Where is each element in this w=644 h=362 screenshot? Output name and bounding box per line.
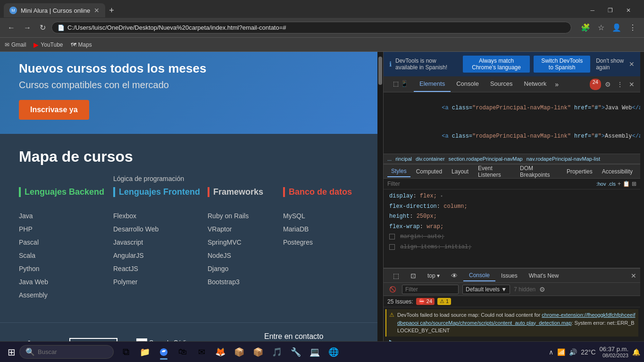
- chevron-up-icon[interactable]: ∧: [549, 348, 553, 356]
- taskbar-app-chrome[interactable]: 🌐: [325, 344, 342, 361]
- dont-show-again[interactable]: Don't show again: [596, 58, 625, 71]
- back-button[interactable]: ←: [5, 22, 18, 34]
- class-filter[interactable]: .cls: [608, 181, 616, 187]
- course-bootstrap3[interactable]: Bootstrap3: [208, 275, 283, 288]
- devtools-settings-icon[interactable]: ⚙: [603, 79, 613, 90]
- window-minimize-btn[interactable]: ─: [585, 5, 600, 16]
- course-php[interactable]: PHP: [19, 222, 113, 236]
- course-springmvc[interactable]: SpringMVC: [208, 236, 283, 249]
- tab-properties[interactable]: Properties: [563, 166, 596, 177]
- taskbar-search[interactable]: 🔍: [19, 345, 114, 359]
- course-ruby-on-rails[interactable]: Ruby on Rails: [208, 209, 283, 222]
- volume-icon[interactable]: 🔊: [569, 348, 577, 356]
- window-close-btn[interactable]: ✕: [620, 5, 636, 16]
- more-style-icon[interactable]: ⊞: [632, 181, 636, 187]
- course-nodejs[interactable]: NodeJS: [208, 249, 283, 262]
- forward-button[interactable]: →: [21, 22, 34, 34]
- tab-elements[interactable]: Elements: [414, 76, 451, 92]
- taskbar-app-taskview[interactable]: ⧉: [117, 344, 134, 361]
- course-angularjs[interactable]: AngularJS: [113, 249, 208, 262]
- taskbar-app-firefox[interactable]: 🦊: [212, 344, 229, 361]
- bookmark-youtube[interactable]: ▶ YouTube: [33, 41, 63, 49]
- console-icon[interactable]: ⬚: [387, 270, 405, 281]
- taskbar-search-input[interactable]: [38, 348, 104, 355]
- match-language-button[interactable]: Always match Chrome's language: [463, 56, 530, 73]
- add-style-icon[interactable]: +: [618, 181, 621, 187]
- error-link[interactable]: chrome-extension://fheoggkfdfchfphceeifd…: [397, 312, 635, 326]
- tab-whats-new[interactable]: What's New: [523, 271, 565, 281]
- start-button[interactable]: ⊞: [4, 345, 19, 360]
- tab-styles[interactable]: Styles: [387, 166, 410, 177]
- course-polymer[interactable]: Polymer: [113, 275, 208, 288]
- console-pause-icon[interactable]: ⊡: [405, 270, 422, 281]
- taskbar-app-spotify[interactable]: 🎵: [268, 344, 285, 361]
- breadcrumb-ellipsis[interactable]: ...: [387, 156, 392, 162]
- course-flexbox[interactable]: Flexbox: [113, 209, 208, 222]
- console-context-selector[interactable]: top ▾: [422, 271, 445, 281]
- course-django[interactable]: Django: [208, 262, 283, 275]
- taskbar-app-dropbox[interactable]: 📦: [231, 344, 248, 361]
- console-settings-button[interactable]: ⚙: [539, 286, 545, 293]
- hover-filter[interactable]: :hov: [596, 181, 606, 187]
- taskbar-app-store[interactable]: 🛍: [174, 344, 191, 361]
- bookmark-gmail[interactable]: ✉ Gmail: [5, 41, 26, 48]
- devtools-inspect-icon[interactable]: ⬚ 📱: [387, 76, 414, 92]
- devtools-more-icon[interactable]: ⋮: [615, 79, 625, 90]
- tab-console[interactable]: Console: [451, 76, 485, 92]
- course-reactjs[interactable]: ReactJS: [113, 262, 208, 275]
- console-eye-icon[interactable]: 👁: [445, 270, 463, 281]
- margin-checkbox[interactable]: [389, 234, 395, 239]
- taskbar-app-mail[interactable]: ✉: [193, 344, 210, 361]
- more-tabs-button[interactable]: »: [552, 77, 561, 92]
- breadcrumb-rincipal[interactable]: rincipal: [395, 156, 412, 162]
- taskbar-app-fileexplorer[interactable]: 📁: [136, 344, 153, 361]
- course-pascal[interactable]: Pascal: [19, 236, 113, 249]
- tab-event-listeners[interactable]: Event Listeners: [474, 163, 514, 180]
- active-tab[interactable]: M Mini Alura | Cursos online ✕: [4, 3, 105, 17]
- tab-network[interactable]: Network: [519, 76, 552, 92]
- tab-sources[interactable]: Sources: [485, 76, 519, 92]
- align-checkbox[interactable]: [389, 244, 395, 250]
- course-mysql[interactable]: MySQL: [283, 209, 359, 222]
- webpage-scrollbar[interactable]: [377, 52, 383, 362]
- address-bar[interactable]: 📄 C:/Users/luisc/OneDrive/Desktop/Nueva%…: [51, 22, 571, 33]
- tab-console-main[interactable]: Console: [463, 270, 495, 281]
- course-mariadb[interactable]: MariaDB: [283, 222, 359, 236]
- breadcrumb-nav[interactable]: nav.rodapePrincipal-navMap-list: [527, 156, 600, 162]
- course-python[interactable]: Python: [19, 262, 113, 275]
- course-vraptor[interactable]: VRaptor: [208, 222, 283, 236]
- profile-icon[interactable]: 👤: [609, 21, 624, 34]
- bookmark-star-icon[interactable]: ☆: [595, 21, 607, 34]
- extensions-icon[interactable]: 🧩: [578, 21, 593, 34]
- breadcrumb-section[interactable]: section.rodapePrincipal-navMap: [449, 156, 523, 162]
- course-java-web[interactable]: Java Web: [19, 275, 113, 288]
- close-console-button[interactable]: ✕: [631, 272, 636, 280]
- course-desarrollo-web[interactable]: Desarrollo Web: [113, 222, 208, 236]
- switch-devtools-button[interactable]: Switch DevTools to Spanish: [534, 56, 590, 73]
- console-filter-input[interactable]: [402, 285, 459, 294]
- devtools-close-icon[interactable]: ✕: [627, 79, 636, 90]
- taskbar-app-vscode[interactable]: 💻: [306, 344, 323, 361]
- address-text[interactable]: C:/Users/luisc/OneDrive/Desktop/Nueva%20…: [67, 24, 565, 31]
- course-scala[interactable]: Scala: [19, 249, 113, 262]
- styles-filter-input[interactable]: [387, 181, 594, 187]
- bookmark-maps[interactable]: 🗺 Maps: [71, 41, 92, 48]
- code-line-3[interactable]: <a class="rodapePrincipal-navMap-link" h…: [384, 150, 640, 154]
- copy-style-icon[interactable]: 📋: [623, 181, 630, 187]
- reload-button[interactable]: ↻: [37, 21, 49, 34]
- taskbar-app-amazon[interactable]: 📦: [250, 344, 267, 361]
- breadcrumb-div[interactable]: div.container: [416, 156, 445, 162]
- window-maximize-btn[interactable]: ❐: [602, 5, 619, 16]
- clear-console-button[interactable]: 🚫: [387, 285, 398, 294]
- scrollbar-thumb[interactable]: [378, 57, 382, 85]
- clock[interactable]: 06:37 p.m. 08/02/2023: [600, 346, 628, 358]
- tab-layout[interactable]: Layout: [448, 166, 472, 177]
- code-line-1[interactable]: <a class="rodapePrincipal-navMap-link" h…: [384, 94, 640, 123]
- course-java[interactable]: Java: [19, 209, 113, 222]
- tab-close-btn[interactable]: ✕: [94, 7, 100, 14]
- notification-icon[interactable]: 🔔: [632, 348, 640, 356]
- new-tab-button[interactable]: +: [105, 4, 118, 17]
- course-assembly[interactable]: Assembly: [19, 288, 113, 302]
- course-postegres[interactable]: Postegres: [283, 236, 359, 249]
- log-level-selector[interactable]: Default levels ▼: [462, 285, 510, 294]
